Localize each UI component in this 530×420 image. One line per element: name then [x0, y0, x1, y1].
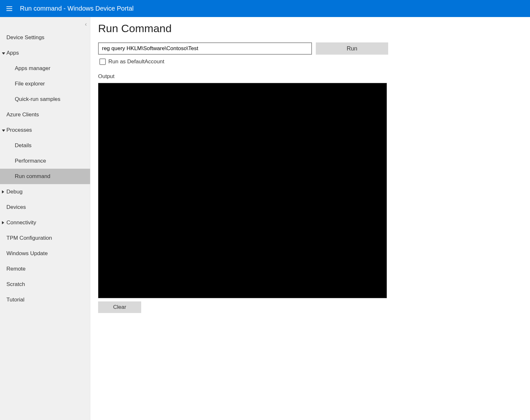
sidebar-item-tutorial[interactable]: Tutorial — [0, 292, 90, 308]
run-button[interactable]: Run — [316, 42, 388, 55]
header-title: Run command - Windows Device Portal — [20, 5, 133, 12]
nav-list: Device SettingsAppsApps managerFile expl… — [0, 30, 90, 308]
sidebar-collapse-icon[interactable]: ‹ — [85, 21, 87, 28]
sidebar-item-label: Windows Update — [6, 250, 48, 257]
sidebar-item-label: Performance — [15, 158, 46, 164]
sidebar-item-azure-clients[interactable]: Azure Clients — [0, 107, 90, 122]
clear-button[interactable]: Clear — [98, 301, 141, 313]
sidebar-item-tpm-configuration[interactable]: TPM Configuration — [0, 230, 90, 246]
sidebar-item-label: Run command — [15, 173, 50, 180]
sidebar-item-label: Quick-run samples — [15, 96, 60, 103]
sidebar-item-apps-manager[interactable]: Apps manager — [0, 61, 90, 76]
sidebar-item-label: TPM Configuration — [6, 235, 52, 241]
sidebar: ‹ Device SettingsAppsApps managerFile ex… — [0, 17, 90, 420]
sidebar-item-label: Azure Clients — [6, 112, 39, 118]
sidebar-item-label: Apps — [6, 50, 19, 56]
sidebar-item-label: Debug — [6, 189, 23, 195]
sidebar-item-windows-update[interactable]: Windows Update — [0, 246, 90, 261]
sidebar-item-remote[interactable]: Remote — [0, 261, 90, 277]
main-content: Run Command Run Run as DefaultAccount Ou… — [90, 17, 530, 420]
sidebar-item-run-command[interactable]: Run command — [0, 169, 90, 184]
hamburger-icon[interactable] — [6, 5, 13, 12]
sidebar-item-connectivity[interactable]: Connectivity — [0, 215, 90, 230]
output-label: Output — [98, 73, 522, 80]
sidebar-item-apps[interactable]: Apps — [0, 45, 90, 61]
sidebar-item-performance[interactable]: Performance — [0, 153, 90, 169]
command-input[interactable] — [98, 42, 312, 55]
command-row: Run — [98, 42, 522, 55]
page-title: Run Command — [98, 22, 522, 35]
sidebar-item-debug[interactable]: Debug — [0, 184, 90, 200]
sidebar-item-label: Connectivity — [6, 219, 36, 226]
caret-down-icon — [2, 52, 5, 55]
run-as-default-row: Run as DefaultAccount — [98, 58, 522, 65]
sidebar-item-details[interactable]: Details — [0, 138, 90, 153]
sidebar-item-processes[interactable]: Processes — [0, 122, 90, 138]
app-header: Run command - Windows Device Portal — [0, 0, 530, 17]
run-as-default-checkbox[interactable] — [99, 58, 106, 65]
caret-right-icon — [2, 221, 4, 224]
sidebar-item-label: Tutorial — [6, 297, 24, 303]
caret-right-icon — [2, 190, 4, 193]
run-as-default-label: Run as DefaultAccount — [108, 58, 164, 65]
sidebar-item-device-settings[interactable]: Device Settings — [0, 30, 90, 45]
output-area[interactable] — [98, 83, 387, 298]
sidebar-item-file-explorer[interactable]: File explorer — [0, 76, 90, 92]
sidebar-item-label: Scratch — [6, 281, 25, 288]
body: ‹ Device SettingsAppsApps managerFile ex… — [0, 17, 530, 420]
sidebar-item-label: Processes — [6, 127, 32, 133]
sidebar-item-label: Apps manager — [15, 65, 50, 72]
sidebar-item-label: Remote — [6, 266, 26, 272]
sidebar-item-label: File explorer — [15, 81, 45, 87]
sidebar-item-label: Details — [15, 142, 32, 149]
sidebar-item-label: Devices — [6, 204, 26, 210]
sidebar-item-devices[interactable]: Devices — [0, 200, 90, 215]
caret-down-icon — [2, 130, 5, 132]
sidebar-item-quick-run-samples[interactable]: Quick-run samples — [0, 92, 90, 107]
sidebar-item-label: Device Settings — [6, 34, 44, 41]
sidebar-item-scratch[interactable]: Scratch — [0, 277, 90, 292]
